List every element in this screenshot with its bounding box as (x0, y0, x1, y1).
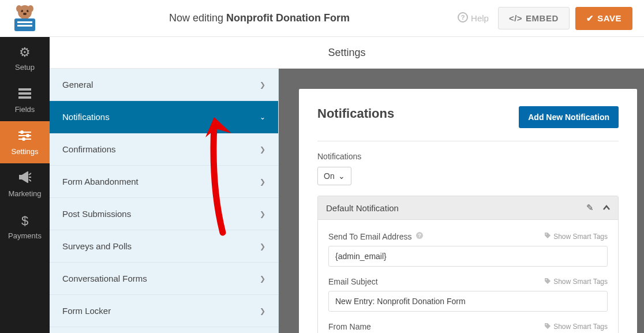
settings-nav-form-locker[interactable]: Form Locker ❯ (50, 295, 278, 327)
svg-point-22 (546, 234, 547, 235)
embed-icon: </> (509, 13, 522, 23)
svg-point-17 (22, 137, 25, 141)
send-to-label: Send To Email Address (328, 232, 412, 241)
subject-input[interactable] (328, 291, 608, 312)
show-smart-tags-link[interactable]: Show Smart Tags (544, 232, 608, 241)
sliders-icon (18, 129, 31, 144)
settings-nav-post-submissions[interactable]: Post Submissions ❯ (50, 198, 278, 230)
nav-setup[interactable]: ⚙ Setup (0, 37, 50, 79)
svg-point-13 (20, 130, 24, 134)
show-smart-tags-link[interactable]: Show Smart Tags (544, 323, 608, 331)
add-notification-button[interactable]: Add New Notification (519, 106, 619, 128)
left-sidebar: ⚙ Setup Fields Settings Marketing $ Paym… (0, 0, 50, 333)
chevron-down-icon: ⌄ (338, 171, 345, 181)
nav-setup-label: Setup (15, 63, 35, 72)
help-icon: ? (458, 12, 468, 24)
settings-nav-label: Form Abandonment (62, 177, 138, 186)
settings-nav-surveys-polls[interactable]: Surveys and Polls ❯ (50, 230, 278, 263)
wpforms-logo-icon (8, 4, 42, 33)
save-label: SAVE (597, 13, 621, 23)
notifications-toggle-label: Notifications (317, 152, 619, 161)
embed-label: EMBED (526, 13, 559, 23)
tag-icon (544, 232, 551, 241)
chevron-right-icon: ❯ (260, 242, 265, 250)
settings-nav-label: Surveys and Polls (62, 241, 132, 251)
svg-rect-9 (18, 88, 31, 91)
help-tooltip-icon[interactable]: ? (415, 231, 424, 241)
send-to-input[interactable] (328, 246, 608, 267)
subheader-title: Settings (328, 47, 365, 59)
subject-label: Email Subject (328, 277, 378, 286)
edit-icon[interactable]: ✎ (586, 203, 594, 213)
chevron-right-icon: ❯ (260, 307, 265, 315)
settings-sidebar: General ❯ Notifications ⌄ Confirmations … (50, 69, 279, 333)
settings-content-panel: Notifications Add New Notification Notif… (299, 89, 637, 333)
chevron-right-icon: ❯ (260, 145, 265, 154)
dollar-icon: $ (21, 214, 28, 229)
settings-nav-form-abandonment[interactable]: Form Abandonment ❯ (50, 166, 278, 198)
notification-card-title: Default Notification (326, 203, 399, 213)
help-label: Help (471, 13, 489, 23)
collapse-icon[interactable] (603, 203, 610, 213)
svg-point-5 (28, 5, 33, 12)
svg-point-24 (546, 324, 547, 325)
settings-nav-label: Conversational Forms (62, 274, 147, 283)
page-title: Now editing Nonprofit Donation Form (61, 12, 458, 24)
nav-payments[interactable]: $ Payments (0, 205, 50, 248)
save-button[interactable]: ✔ SAVE (575, 7, 632, 30)
chevron-right-icon: ❯ (260, 275, 265, 283)
megaphone-icon (18, 171, 31, 186)
nav-marketing-label: Marketing (8, 189, 41, 198)
settings-nav-label: Form Locker (62, 306, 111, 316)
check-icon: ✔ (586, 13, 594, 24)
subheader: Settings (50, 37, 644, 69)
smart-tags-label: Show Smart Tags (553, 323, 608, 331)
settings-nav-label: General (62, 80, 93, 89)
svg-rect-7 (17, 21, 32, 23)
svg-point-23 (546, 279, 547, 280)
chevron-right-icon: ❯ (260, 81, 265, 89)
panel-title: Notifications (317, 106, 394, 121)
editing-prefix: Now editing (169, 12, 226, 24)
list-icon (18, 87, 31, 102)
settings-nav-notifications[interactable]: Notifications ⌄ (50, 101, 278, 133)
svg-text:?: ? (461, 14, 465, 21)
tag-icon (544, 278, 551, 286)
nav-fields-label: Fields (15, 105, 35, 114)
show-smart-tags-link[interactable]: Show Smart Tags (544, 278, 608, 286)
chevron-right-icon: ❯ (260, 210, 265, 218)
svg-point-3 (23, 13, 27, 15)
tag-icon (544, 323, 551, 331)
svg-rect-10 (18, 92, 31, 95)
app-logo (0, 0, 50, 37)
settings-nav-label: Confirmations (62, 144, 116, 154)
nav-payments-label: Payments (8, 231, 42, 240)
toggle-value: On (324, 171, 335, 181)
settings-nav-general[interactable]: General ❯ (50, 69, 278, 101)
svg-rect-11 (18, 96, 31, 99)
settings-nav-conversational-forms[interactable]: Conversational Forms ❯ (50, 263, 278, 295)
notifications-toggle-select[interactable]: On ⌄ (317, 167, 351, 185)
settings-nav-label: Notifications (62, 112, 110, 122)
settings-nav-label: Post Submissions (62, 209, 131, 219)
header-bar: Now editing Nonprofit Donation Form ? He… (50, 0, 644, 37)
chevron-right-icon: ❯ (260, 178, 265, 186)
svg-text:?: ? (418, 233, 421, 238)
nav-settings[interactable]: Settings (0, 121, 50, 163)
embed-button[interactable]: </> EMBED (498, 7, 570, 29)
chevron-down-icon: ⌄ (260, 113, 265, 121)
nav-settings-label: Settings (12, 147, 39, 156)
svg-rect-8 (17, 25, 32, 27)
smart-tags-label: Show Smart Tags (553, 233, 608, 241)
form-name: Nonprofit Donation Form (226, 12, 350, 24)
help-link[interactable]: ? Help (458, 12, 489, 24)
notification-card-header: Default Notification ✎ (318, 196, 618, 220)
svg-point-4 (16, 5, 22, 12)
nav-marketing[interactable]: Marketing (0, 163, 50, 205)
svg-point-15 (26, 134, 29, 137)
from-name-label: From Name (328, 322, 371, 331)
notification-card: Default Notification ✎ (317, 196, 619, 333)
smart-tags-label: Show Smart Tags (553, 278, 608, 286)
nav-fields[interactable]: Fields (0, 79, 50, 121)
settings-nav-confirmations[interactable]: Confirmations ❯ (50, 133, 278, 166)
